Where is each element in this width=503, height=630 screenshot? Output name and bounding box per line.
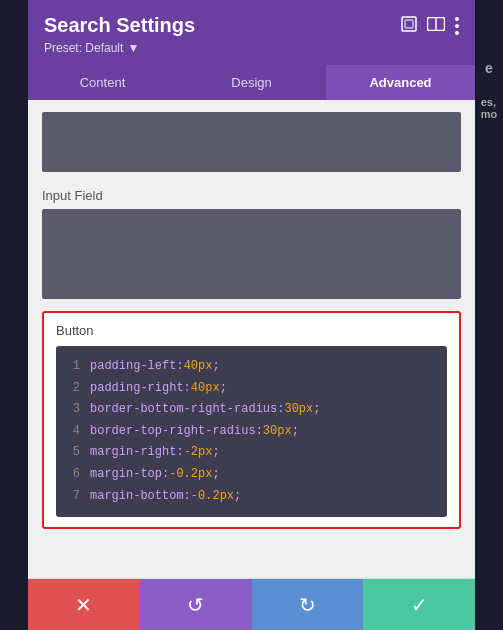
- expand-icon[interactable]: [401, 16, 417, 36]
- code-val-5: -2px: [184, 445, 213, 459]
- line-num-3: 3: [68, 399, 80, 421]
- tab-design[interactable]: Design: [177, 65, 326, 100]
- panel-header-top: Search Settings: [44, 14, 459, 37]
- panel-header: Search Settings: [28, 0, 475, 65]
- side-letter-e: e: [485, 60, 493, 76]
- columns-icon[interactable]: [427, 17, 445, 35]
- line-num-5: 5: [68, 442, 80, 464]
- line-num-1: 1: [68, 356, 80, 378]
- tab-content[interactable]: Content: [28, 65, 177, 100]
- more-options-icon[interactable]: [455, 17, 459, 35]
- footer-bar: ✕ ↺ ↻ ✓: [28, 578, 475, 630]
- side-letter-s: es,mo: [481, 96, 498, 120]
- code-line-5: 5 margin-right:-2px;: [68, 442, 435, 464]
- button-section: Button 1 padding-left:40px; 2 padding-ri…: [42, 311, 461, 529]
- panel-preset[interactable]: Preset: Default ▼: [44, 41, 459, 55]
- code-prop-2: padding-right:: [90, 381, 191, 395]
- code-line-2: 2 padding-right:40px;: [68, 378, 435, 400]
- code-line-7: 7 margin-bottom:-0.2px;: [68, 486, 435, 508]
- line-num-7: 7: [68, 486, 80, 508]
- undo-button[interactable]: ↺: [140, 579, 252, 630]
- preset-arrow: ▼: [127, 41, 139, 55]
- cancel-button[interactable]: ✕: [28, 579, 140, 630]
- sidebar-right: e es,mo: [475, 0, 503, 630]
- code-prop-7: margin-bottom:: [90, 489, 191, 503]
- code-prop-6: margin-top:: [90, 467, 169, 481]
- sidebar-left: [0, 0, 28, 630]
- svg-rect-0: [402, 17, 416, 31]
- preset-text: Preset: Default: [44, 41, 123, 55]
- search-settings-panel: Search Settings: [28, 0, 475, 630]
- input-field-preview: [42, 209, 461, 299]
- svg-rect-1: [405, 20, 413, 28]
- code-val-3: 30px: [284, 402, 313, 416]
- save-button[interactable]: ✓: [363, 579, 475, 630]
- tab-advanced[interactable]: Advanced: [326, 65, 475, 100]
- tabs-bar: Content Design Advanced: [28, 65, 475, 100]
- input-field-label: Input Field: [28, 184, 475, 209]
- button-section-label: Button: [56, 323, 447, 338]
- code-prop-3: border-bottom-right-radius:: [90, 402, 284, 416]
- top-preview: [42, 112, 461, 172]
- code-line-1: 1 padding-left:40px;: [68, 356, 435, 378]
- panel-title: Search Settings: [44, 14, 195, 37]
- code-block: 1 padding-left:40px; 2 padding-right:40p…: [56, 346, 447, 517]
- code-prop-5: margin-right:: [90, 445, 184, 459]
- code-line-4: 4 border-top-right-radius:30px;: [68, 421, 435, 443]
- code-val-6: -0.2px: [169, 467, 212, 481]
- code-val-4: 30px: [263, 424, 292, 438]
- code-line-3: 3 border-bottom-right-radius:30px;: [68, 399, 435, 421]
- redo-button[interactable]: ↻: [252, 579, 364, 630]
- code-val-2: 40px: [191, 381, 220, 395]
- panel-header-icons: [401, 16, 459, 36]
- line-num-4: 4: [68, 421, 80, 443]
- panel-body: Input Field Button 1 padding-left:40px; …: [28, 100, 475, 578]
- code-line-6: 6 margin-top:-0.2px;: [68, 464, 435, 486]
- code-prop-1: padding-left:: [90, 359, 184, 373]
- line-num-6: 6: [68, 464, 80, 486]
- code-val-1: 40px: [184, 359, 213, 373]
- line-num-2: 2: [68, 378, 80, 400]
- code-val-7: -0.2px: [191, 489, 234, 503]
- code-prop-4: border-top-right-radius:: [90, 424, 263, 438]
